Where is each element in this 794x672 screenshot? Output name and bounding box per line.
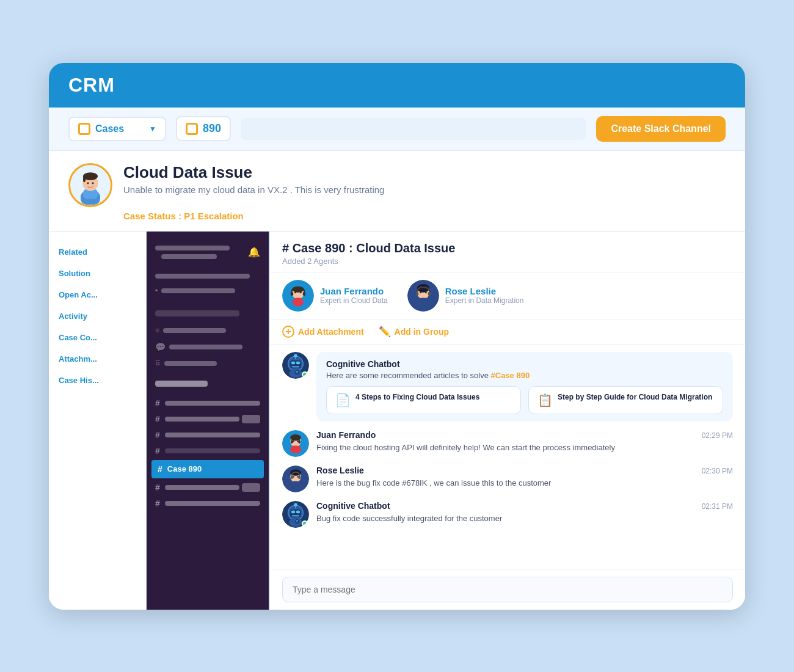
slack-channel-row-5[interactable]: # [147, 480, 269, 495]
online-indicator-2 [302, 520, 308, 527]
sidebar-item-activity[interactable]: Activity [49, 305, 146, 327]
article-card-1[interactable]: 📄 4 Steps to Fixing Cloud Data Issues [326, 386, 521, 414]
avatar-juan [282, 280, 314, 312]
svg-rect-29 [292, 365, 299, 367]
hash-icon: # [155, 414, 160, 424]
case-status: Case Status : P1 Escalation [123, 211, 726, 221]
slack-sidebar: 🔔 • ≡ 💬 [147, 232, 269, 610]
svg-rect-56 [296, 510, 300, 513]
cases-label: Cases [95, 123, 144, 134]
msg-sender-bot-2: Cognitive Chatbot [316, 501, 390, 511]
svg-point-13 [300, 291, 302, 293]
add-in-group-label: Add in Group [395, 327, 449, 337]
svg-rect-28 [296, 361, 300, 363]
agent-name-juan: Juan Ferrando [320, 286, 388, 296]
sidebar-item-solution[interactable]: Solution [49, 263, 146, 284]
svg-rect-23 [428, 291, 431, 295]
svg-rect-19 [418, 298, 428, 306]
app-header: CRM [49, 63, 745, 108]
search-input[interactable] [241, 118, 586, 140]
main-layout: Related Solution Open Ac... Activity Cas… [49, 231, 745, 610]
status-badge: P1 Escalation [184, 211, 244, 221]
sidebar-item-related[interactable]: Related [49, 241, 146, 263]
slack-channel-row-2[interactable]: # [147, 411, 269, 427]
bot-message-text: Here are some recommended articles to so… [326, 371, 723, 380]
agent-role-juan: Expert in Cloud Data [320, 296, 388, 305]
svg-rect-14 [291, 291, 293, 295]
messages-area: Cognitive Chatbot Here are some recommen… [270, 345, 745, 569]
svg-rect-22 [416, 291, 418, 295]
slack-channel-row-1[interactable]: # [147, 395, 269, 411]
crm-logo: CRM [68, 74, 115, 96]
chatbot-message-box: Cognitive Chatbot Here are some recommen… [316, 352, 733, 422]
case-title: Cloud Data Issue [123, 163, 384, 182]
cases-icon [78, 123, 90, 135]
message-item-juan: Juan Ferrando 02:29 PM Fixing the cloud … [282, 430, 733, 457]
sidebar-item-case-comments[interactable]: Case Co... [49, 327, 146, 348]
agent-card-juan: Juan Ferrando Expert in Cloud Data [282, 280, 388, 312]
svg-rect-43 [298, 440, 300, 443]
chat-panel: # Case 890 : Cloud Data Issue Added 2 Ag… [269, 232, 745, 610]
avatar [68, 163, 112, 207]
add-in-group-button[interactable]: ✏️ Add in Group [379, 326, 449, 337]
msg-time-juan: 02:29 PM [702, 431, 733, 440]
message-item-rose: Rose Leslie 02:30 PM Here is the bug fix… [282, 466, 733, 492]
svg-rect-15 [303, 291, 305, 295]
active-hash-icon: # [158, 464, 162, 474]
svg-rect-51 [298, 475, 300, 478]
article-cards: 📄 4 Steps to Fixing Cloud Data Issues 📋 … [326, 386, 723, 414]
sidebar-item-attachments[interactable]: Attachm... [49, 348, 146, 370]
chat-input[interactable] [282, 577, 733, 602]
msg-content-bot-1: Cognitive Chatbot Here are some recommen… [316, 352, 733, 422]
actions-row: + Add Attachment ✏️ Add in Group [270, 320, 745, 345]
svg-point-21 [425, 291, 427, 293]
msg-time-bot-2: 02:31 PM [702, 502, 733, 511]
agent-role-rose: Expert in Data Migration [445, 296, 524, 305]
slack-channel-row-6[interactable]: # [147, 495, 269, 511]
svg-point-12 [294, 291, 296, 293]
slack-active-channel[interactable]: # Case 890 [151, 460, 264, 478]
article-icon-2: 📋 [537, 393, 553, 407]
sidebar-item-open-activities[interactable]: Open Ac... [49, 284, 146, 305]
slack-channel-row-3[interactable]: # [147, 427, 269, 443]
agent-card-rose: Rose Leslie Expert in Data Migration [407, 280, 524, 312]
create-slack-channel-button[interactable]: Create Slack Channel [596, 116, 726, 142]
article-card-2[interactable]: 📋 Step by Step Guide for Cloud Data Migr… [528, 386, 723, 414]
msg-content-bot-2: Cognitive Chatbot 02:31 PM Bug fix code … [316, 501, 733, 525]
channel-title: # Case 890 : Cloud Data Issue [282, 241, 733, 255]
sidebar-item-case-history[interactable]: Case His... [49, 370, 146, 391]
svg-point-20 [420, 291, 421, 293]
msg-content-rose: Rose Leslie 02:30 PM Here is the bug fix… [316, 466, 733, 489]
svg-point-62 [296, 520, 297, 521]
bell-icon: 🔔 [248, 246, 260, 258]
case-ref-highlight: #Case 890 [491, 371, 530, 380]
workspace-header: 🔔 [147, 239, 269, 268]
msg-text-rose: Here is the bug fix code #678IK , we can… [316, 477, 733, 489]
slack-compose-row [147, 268, 269, 284]
chat-input-row [270, 569, 745, 610]
online-indicator [302, 371, 308, 378]
svg-rect-11 [293, 298, 303, 306]
hash-icon: # [155, 483, 160, 492]
svg-point-34 [296, 371, 297, 372]
slack-channel-row-4[interactable]: # [147, 443, 269, 459]
svg-rect-42 [291, 440, 293, 443]
left-nav-sidebar: Related Solution Open Ac... Activity Cas… [49, 232, 147, 610]
chevron-down-icon: ▼ [149, 125, 156, 133]
avatar-rose [407, 280, 439, 312]
agents-row: Juan Ferrando Expert in Cloud Data [270, 272, 745, 320]
add-attachment-label: Add Attachment [298, 327, 364, 337]
slack-section-dm [147, 306, 269, 323]
added-agents-text: Added 2 Agents [282, 257, 733, 266]
hash-icon: # [155, 499, 160, 508]
cases-dropdown[interactable]: Cases ▼ [68, 117, 166, 141]
case-info-header: Cloud Data Issue Unable to migrate my cl… [68, 163, 726, 207]
svg-rect-27 [291, 361, 295, 363]
message-item-bot-2: Cognitive Chatbot 02:31 PM Bug fix code … [282, 501, 733, 528]
svg-rect-39 [290, 445, 301, 453]
svg-rect-57 [292, 514, 299, 516]
svg-point-6 [87, 182, 89, 184]
add-attachment-button[interactable]: + Add Attachment [282, 326, 364, 338]
pencil-icon: ✏️ [379, 326, 391, 337]
agent-name-rose: Rose Leslie [445, 286, 524, 296]
